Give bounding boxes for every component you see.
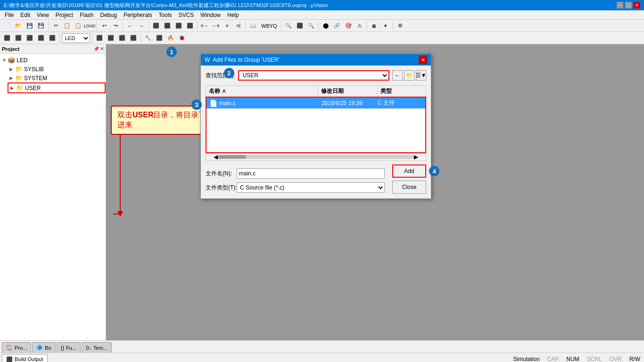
menu-project[interactable]: Project [53, 11, 76, 19]
target-btn[interactable]: 🎯 [343, 21, 354, 31]
menu-flash[interactable]: Flash [77, 11, 96, 19]
link-btn[interactable]: 🔗 [332, 21, 342, 31]
scroll-left-btn[interactable]: ◀ [214, 154, 218, 160]
add-button[interactable]: Add [392, 165, 426, 178]
settings-btn[interactable]: ⚙ [395, 21, 405, 31]
view-btn[interactable]: ▦ [369, 21, 380, 31]
horizontal-scrollbar[interactable]: ◀ ▶ [206, 153, 426, 161]
run-btn1[interactable]: ⬛ [94, 33, 105, 43]
new-folder-button[interactable]: 📁 [404, 70, 414, 81]
toolbar-secondary: ⬛ ⬛ ⬛ ⬛ ⬛ LED ⬛ ⬛ ⬛ ⬛ 🔧 ⬛ 🔥 🐞 [0, 32, 644, 44]
book-icon-button[interactable]: 📖 [248, 21, 258, 31]
menu-file[interactable]: File [2, 11, 17, 19]
paste-button[interactable]: 📋 [73, 21, 83, 31]
syslib-icon: 📁 [15, 66, 23, 73]
tree-item-user[interactable]: ▶ 📁 USER [8, 82, 106, 93]
view-options-button[interactable]: ☰▼ [416, 70, 426, 81]
location-combo[interactable]: USER [238, 70, 389, 81]
nav-back-button[interactable]: ← [125, 21, 135, 31]
undo-button[interactable]: ↩ [99, 21, 109, 31]
tab-functions-icon: {} [61, 345, 64, 351]
debug-btn3[interactable]: 🔥 [165, 33, 176, 43]
tree-children-led: ▶ 📁 SYSLIB ▶ 📁 SYSTEM ▶ 📁 USER [0, 65, 106, 93]
menu-window[interactable]: Window [198, 11, 223, 19]
panel-close-button[interactable]: ✕ [100, 46, 104, 51]
btn-a[interactable]: ⬛ [151, 21, 161, 31]
filename-input[interactable] [237, 168, 385, 179]
search-btn2[interactable]: ⬛ [295, 21, 305, 31]
btn-e[interactable]: ≡ [222, 21, 232, 31]
load-button[interactable]: LOAD [84, 21, 95, 31]
dialog-close-button[interactable]: ✕ [419, 56, 427, 64]
menu-view[interactable]: View [34, 11, 52, 19]
nav-up-button[interactable]: ← [392, 70, 403, 81]
nav-fwd-button[interactable]: → [136, 21, 147, 31]
filename-field: 文件名(N): [206, 168, 385, 179]
menu-debug[interactable]: Debug [98, 11, 120, 19]
panel-pin-button[interactable]: 📌 [93, 46, 99, 51]
btn-b[interactable]: ⬛ [162, 21, 173, 31]
col-type: 类型 [378, 86, 426, 97]
cut-button[interactable]: ✂ [50, 21, 61, 31]
proj-btn1[interactable]: ⬛ [2, 33, 12, 43]
tab-templates[interactable]: 0↓ Tem... [82, 342, 112, 353]
add-btn-wrapper: 4 Add [392, 165, 426, 178]
tab-project[interactable]: 🏠 Pro... [2, 342, 31, 353]
close-dialog-button[interactable]: Close [392, 181, 426, 194]
outdent-button[interactable]: ←≡ [211, 21, 221, 31]
system-label: SYSTEM [24, 75, 47, 82]
btn-f[interactable]: ≡| [233, 21, 244, 31]
proj-btn5[interactable]: ⬛ [47, 33, 58, 43]
menu-tools[interactable]: Tools [156, 11, 175, 19]
filetype-label: 文件类型(T): [206, 184, 234, 192]
tree-toggle-syslib: ▶ [9, 66, 15, 72]
search-btn1[interactable]: 🔍 [283, 21, 294, 31]
tree-item-led[interactable]: ▼ 📦 LED [0, 56, 106, 65]
warning-btn[interactable]: ⚠ [355, 21, 365, 31]
status-num: NUM [566, 356, 579, 362]
window-controls: ─ □ ✕ [617, 2, 640, 8]
save-button[interactable]: 💾 [25, 21, 35, 31]
menu-edit[interactable]: Edit [17, 11, 33, 19]
sep3 [123, 21, 123, 31]
tab-bo[interactable]: 🔷 Bo [32, 342, 55, 353]
view-btn2[interactable]: ▼ [380, 21, 391, 31]
debug-btn1[interactable]: 🔧 [143, 33, 153, 43]
tree-item-syslib[interactable]: ▶ 📁 SYSLIB [8, 65, 106, 74]
tab-bo-label: Bo [45, 345, 51, 351]
indent-button[interactable]: ≡→ [199, 21, 210, 31]
tab-build-output[interactable]: ⬛ Build Output [2, 354, 48, 362]
debug-btn2[interactable]: ⬛ [154, 33, 165, 43]
maximize-button[interactable]: □ [625, 2, 632, 8]
tab-functions[interactable]: {} Fu... [57, 342, 81, 353]
minimize-button[interactable]: ─ [617, 2, 623, 8]
proj-btn4[interactable]: ⬛ [36, 33, 46, 43]
copy-button[interactable]: 📋 [62, 21, 72, 31]
btn-c[interactable]: ⬛ [173, 21, 184, 31]
menu-peripherals[interactable]: Peripherals [121, 11, 155, 19]
proj-btn3[interactable]: ⬛ [25, 33, 35, 43]
circle-btn[interactable]: ⬤ [321, 21, 331, 31]
zoom-btn[interactable]: 🔍 [306, 21, 316, 31]
file-row-main[interactable]: 📄 main.c 2018/6/25 19:39 C 文件 [206, 98, 425, 109]
run-btn2[interactable]: ⬛ [106, 33, 116, 43]
proj-btn2[interactable]: ⬛ [13, 33, 24, 43]
dialog-title-bar: W Add Files to Group 'USER' ✕ [201, 54, 431, 66]
open-button[interactable]: 📂 [13, 21, 24, 31]
status-scrl: SCRL [587, 356, 602, 362]
menu-svcs[interactable]: SVCS [176, 11, 197, 19]
btn-d[interactable]: ⬛ [185, 21, 195, 31]
target-select[interactable]: LED [62, 33, 90, 43]
menu-help[interactable]: Help [224, 11, 242, 19]
sep7 [281, 21, 281, 31]
new-file-button[interactable]: 📄 [2, 21, 12, 31]
run-btn3[interactable]: ⬛ [117, 33, 127, 43]
filetype-select[interactable]: C Source file (*.c) All files (*.*) Asm … [237, 182, 385, 193]
debug-btn4[interactable]: 🐞 [177, 33, 187, 43]
close-button[interactable]: ✕ [634, 2, 640, 8]
redo-button[interactable]: ↪ [110, 21, 121, 31]
run-btn4[interactable]: ⬛ [128, 33, 139, 43]
save-all-button[interactable]: 💾 [36, 21, 46, 31]
scroll-right-btn[interactable]: ▶ [414, 154, 418, 160]
tree-item-system[interactable]: ▶ 📁 SYSTEM [8, 74, 106, 82]
